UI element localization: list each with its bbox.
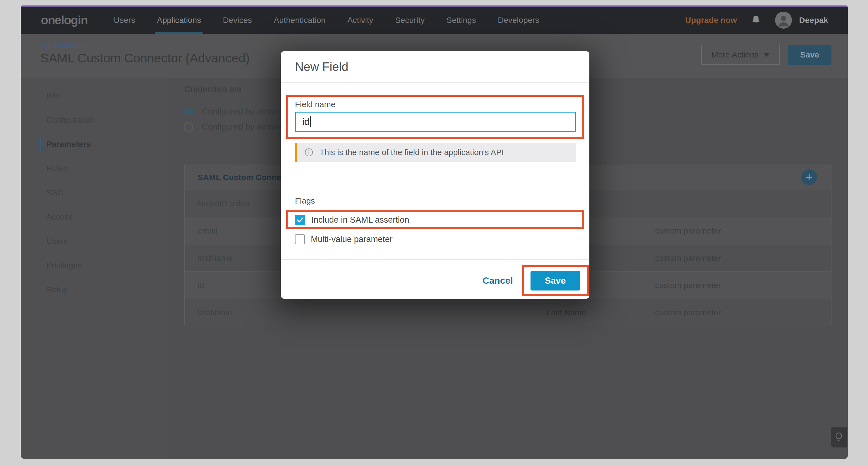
top-navbar: onelogin Users Applications Devices Auth… <box>21 6 848 34</box>
header-save-button[interactable]: Save <box>788 45 832 65</box>
nav-item-users[interactable]: Users <box>114 6 135 34</box>
table-row[interactable]: lastName Last Name custom parameter <box>185 299 831 326</box>
field-info-note: This is the name of the field in the app… <box>295 143 576 162</box>
text-cursor <box>310 116 311 127</box>
active-tab-underline <box>155 32 203 34</box>
sidebar-item-rules[interactable]: Rules <box>21 156 168 180</box>
sidebar-item-users[interactable]: Users <box>21 229 168 253</box>
radio-selected-icon <box>184 107 193 116</box>
credentials-label: Credentials are <box>184 85 242 94</box>
new-field-modal: New Field Field name id This is the name… <box>281 51 589 299</box>
checkbox-checked-icon <box>295 215 305 225</box>
navbar-right: Upgrade now Deepak <box>685 12 848 29</box>
radio-configured-by-admin[interactable]: Configured by admin <box>184 107 280 117</box>
field-info-text: This is the name of the field in the app… <box>319 148 504 157</box>
checkmark-icon <box>296 216 304 224</box>
checkbox-include-saml-assertion[interactable]: Include in SAML assertion <box>295 215 409 225</box>
nav-item-authentication[interactable]: Authentication <box>274 6 326 34</box>
radio-unselected-icon <box>184 122 193 132</box>
help-lightbulb-icon <box>833 431 845 443</box>
checkbox-multi-value-parameter[interactable]: Multi-value parameter <box>295 235 393 244</box>
user-name: Deepak <box>799 15 828 25</box>
active-item-bar <box>39 137 41 151</box>
sidebar-item-parameters[interactable]: Parameters <box>21 132 168 156</box>
help-widget-button[interactable] <box>831 427 847 447</box>
nav-item-activity[interactable]: Activity <box>347 6 373 34</box>
breadcrumb[interactable]: Applications / <box>41 41 86 50</box>
onelogin-logo: onelogin <box>41 13 88 27</box>
sidebar-item-privileges[interactable]: Privileges <box>21 253 168 277</box>
sidebar-item-sso[interactable]: SSO <box>21 180 168 205</box>
user-avatar-icon <box>775 12 792 29</box>
sidebar-item-info[interactable]: Info <box>21 83 168 107</box>
nav-item-settings[interactable]: Settings <box>446 6 476 34</box>
checkbox-unchecked-icon <box>295 235 305 244</box>
sidebar-item-configuration[interactable]: Configuration <box>21 107 168 132</box>
chevron-down-icon <box>764 53 770 57</box>
sidebar: Info Configuration Parameters Rules SSO … <box>21 78 168 459</box>
nav-item-security[interactable]: Security <box>395 6 425 34</box>
sidebar-item-setup[interactable]: Setup <box>21 277 168 302</box>
app-window: onelogin Users Applications Devices Auth… <box>21 5 848 459</box>
upgrade-now-link[interactable]: Upgrade now <box>685 15 737 25</box>
flags-label: Flags <box>295 196 315 206</box>
field-name-input[interactable]: id <box>295 112 576 132</box>
field-name-label: Field name <box>295 100 335 109</box>
modal-title: New Field <box>295 60 348 73</box>
annotation-box-save-button <box>522 265 589 296</box>
notification-bell-icon[interactable] <box>750 15 762 26</box>
nav-item-applications[interactable]: Applications <box>157 6 201 34</box>
nav-item-devices[interactable]: Devices <box>223 6 252 34</box>
info-circle-icon <box>304 148 313 157</box>
sidebar-item-access[interactable]: Access <box>21 205 168 229</box>
user-menu[interactable]: Deepak <box>775 12 828 29</box>
add-parameter-button[interactable]: + <box>801 169 817 185</box>
nav-items: Users Applications Devices Authenticatio… <box>114 6 539 34</box>
modal-footer-divider <box>281 259 589 260</box>
header-actions: More Actions Save <box>701 45 832 65</box>
modal-title-divider <box>281 82 589 83</box>
nav-item-developers[interactable]: Developers <box>498 6 539 34</box>
cancel-button[interactable]: Cancel <box>483 275 513 286</box>
field-name-value: id <box>302 117 309 127</box>
page-title: SAML Custom Connector (Advanced) <box>40 51 250 65</box>
more-actions-button[interactable]: More Actions <box>701 45 780 65</box>
